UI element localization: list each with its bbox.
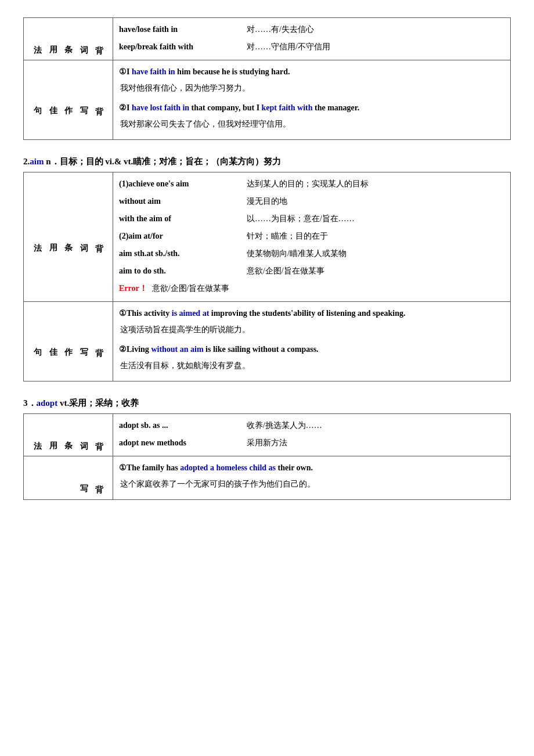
label-char: 用 xyxy=(45,21,61,56)
label-cell-1: 背写作佳句 xyxy=(24,302,113,381)
section-faith: 背词条用法have/lose faith in对……有/失去信心keep/bre… xyxy=(23,17,511,140)
sentence-num: ① xyxy=(119,463,127,472)
phrase-meaning: 收养/挑选某人为…… xyxy=(247,417,322,434)
phrase-row-4: aim sth.at sb./sth.使某物朝向/瞄准某人或某物 xyxy=(119,246,504,262)
phrase-meaning: 对……有/失去信心 xyxy=(247,21,314,38)
table-row-0: 背词条用法have/lose faith in对……有/失去信心keep/bre… xyxy=(24,18,511,60)
phrase-meaning: 对……守信用/不守信用 xyxy=(247,39,330,55)
section-title-aim: 2.aim n．目标；目的 vi.& vt.瞄准；对准；旨在；（向某方向）努力 xyxy=(23,156,511,167)
phrase-row-5: aim to do sth.意欲/企图/旨在做某事 xyxy=(119,263,504,279)
phrase-term: aim to do sth. xyxy=(119,263,247,279)
label-char: 佳 xyxy=(45,64,61,136)
section-adopt: 3．adopt vt.采用；采纳；收养背词条用法adopt sb. as ...… xyxy=(23,398,511,500)
phrase-meaning: 达到某人的目的；实现某人的目标 xyxy=(247,176,369,192)
sentence-zh: 这项活动旨在提高学生的听说能力。 xyxy=(120,322,504,338)
label-cell-0: 背词条用法 xyxy=(24,172,113,302)
title-prefix: 3． xyxy=(23,398,37,408)
content-cell-0: adopt sb. as ...收养/挑选某人为……adopt new meth… xyxy=(113,414,510,456)
sentence-block-0: ①The family has adopted a homeless child… xyxy=(119,460,504,492)
title-meaning: 采用；采纳；收养 xyxy=(69,398,139,408)
sentence-num: ① xyxy=(119,67,127,76)
label-char: 作 xyxy=(60,64,76,136)
sentence-block-0: ①This activity is aimed at improving the… xyxy=(119,305,504,338)
label-cell-0: 背词条用法 xyxy=(24,18,113,60)
label-char: 写 xyxy=(76,460,92,496)
phrase-term: have/lose faith in xyxy=(119,21,247,38)
error-meaning: 意欲/企图/旨在做某事 xyxy=(152,280,230,297)
phrase-row-0: adopt sb. as ...收养/挑选某人为…… xyxy=(119,417,504,434)
error-label: Error！ xyxy=(119,280,147,297)
label-char: 法 xyxy=(30,417,45,452)
table-row-1: 背写作佳句①This activity is aimed at improvin… xyxy=(24,302,511,381)
phrase-row-3: (2)aim at/for针对；瞄准；目的在于 xyxy=(119,228,504,244)
label-char: 背 xyxy=(91,417,107,452)
label-cell-0: 背词条用法 xyxy=(24,414,113,456)
label-char: 条 xyxy=(60,21,76,56)
sentence-en: ①The family has adopted a homeless child… xyxy=(119,460,504,476)
title-word: adopt xyxy=(37,398,58,408)
vocab-table-faith: 背词条用法have/lose faith in对……有/失去信心keep/bre… xyxy=(23,17,511,140)
sentence-en: ②Living without an aim is like sailing w… xyxy=(119,341,504,358)
phrase-term: adopt sb. as ... xyxy=(119,417,247,434)
sentence-en: ②I have lost faith in that company, but … xyxy=(119,100,504,116)
label-char: 作 xyxy=(60,305,76,377)
label-char: 背 xyxy=(91,21,107,56)
content-cell-0: (1)achieve one's aim达到某人的目的；实现某人的目标witho… xyxy=(113,172,510,302)
phrase-meaning: 以……为目标；意在/旨在…… xyxy=(247,211,355,227)
vocab-table-adopt: 背词条用法adopt sb. as ...收养/挑选某人为……adopt new… xyxy=(23,413,511,500)
phrase-row-1: adopt new methods采用新方法 xyxy=(119,435,504,451)
vocab-table-aim: 背词条用法(1)achieve one's aim达到某人的目的；实现某人的目标… xyxy=(23,172,511,381)
sentence-num: ② xyxy=(119,103,127,112)
title-meaning: 目标；目的 xyxy=(60,157,106,166)
content-cell-1: ①This activity is aimed at improving the… xyxy=(113,302,510,381)
phrase-row-0: have/lose faith in对……有/失去信心 xyxy=(119,21,504,38)
phrase-meaning: 针对；瞄准；目的在于 xyxy=(247,228,328,244)
sentence-zh: 我对那家公司失去了信心，但我对经理守信用。 xyxy=(120,116,504,132)
phrase-term: aim sth.at sb./sth. xyxy=(119,246,247,262)
label-char: 条 xyxy=(60,417,76,452)
label-char: 背 xyxy=(91,305,107,377)
phrase-meaning: 采用新方法 xyxy=(247,435,287,451)
content-cell-1: ①The family has adopted a homeless child… xyxy=(113,456,510,500)
phrase-row-0: (1)achieve one's aim达到某人的目的；实现某人的目标 xyxy=(119,176,504,192)
sentence-block-1: ②I have lost faith in that company, but … xyxy=(119,100,504,132)
label-char: 背 xyxy=(91,460,107,496)
label-char: 词 xyxy=(76,417,92,452)
label-char: 背 xyxy=(91,176,107,298)
phrase-term: with the aim of xyxy=(119,211,247,227)
phrase-term: adopt new methods xyxy=(119,435,247,451)
title-meaning2: 瞄准；对准；旨在；（向某方向）努力 xyxy=(133,157,281,166)
label-char: 背 xyxy=(91,64,107,136)
phrase-term: keep/break faith with xyxy=(119,39,247,55)
sentence-block-1: ②Living without an aim is like sailing w… xyxy=(119,341,504,374)
phrase-meaning: 意欲/企图/旨在做某事 xyxy=(247,263,324,279)
sentence-block-0: ①I have faith in him because he is study… xyxy=(119,64,504,96)
sentence-zh: 我对他很有信心，因为他学习努力。 xyxy=(120,80,504,96)
content-cell-0: have/lose faith in对……有/失去信心keep/break fa… xyxy=(113,18,510,60)
label-char: 法 xyxy=(30,176,45,298)
label-char: 用 xyxy=(45,417,61,452)
label-char: 词 xyxy=(76,176,92,298)
phrase-row-2: with the aim of以……为目标；意在/旨在…… xyxy=(119,211,504,227)
label-cell-1: 背写 xyxy=(24,456,113,500)
table-row-0: 背词条用法adopt sb. as ...收养/挑选某人为……adopt new… xyxy=(24,414,511,456)
table-row-1: 背写作佳句①I have faith in him because he is … xyxy=(24,60,511,140)
table-row-1: 背写①The family has adopted a homeless chi… xyxy=(24,456,511,500)
title-pos: n． xyxy=(46,157,59,166)
phrase-meaning: 使某物朝向/瞄准某人或某物 xyxy=(247,246,347,262)
error-row: Error！意欲/企图/旨在做某事 xyxy=(119,280,504,297)
title-word: aim xyxy=(30,157,44,166)
sentence-zh: 生活没有目标，犹如航海没有罗盘。 xyxy=(120,358,504,374)
label-char: 句 xyxy=(30,305,45,377)
content-cell-1: ①I have faith in him because he is study… xyxy=(113,60,510,140)
phrase-meaning: 漫无目的地 xyxy=(247,193,287,210)
section-aim: 2.aim n．目标；目的 vi.& vt.瞄准；对准；旨在；（向某方向）努力背… xyxy=(23,156,511,381)
sentence-en: ①I have faith in him because he is study… xyxy=(119,64,504,80)
sentence-num: ② xyxy=(119,345,127,354)
sentence-num: ① xyxy=(119,309,127,318)
title-prefix: 2. xyxy=(23,157,30,166)
label-char: 句 xyxy=(30,64,45,136)
phrase-term: (1)achieve one's aim xyxy=(119,176,247,192)
phrase-term: (2)aim at/for xyxy=(119,228,247,244)
label-char: 法 xyxy=(30,21,45,56)
